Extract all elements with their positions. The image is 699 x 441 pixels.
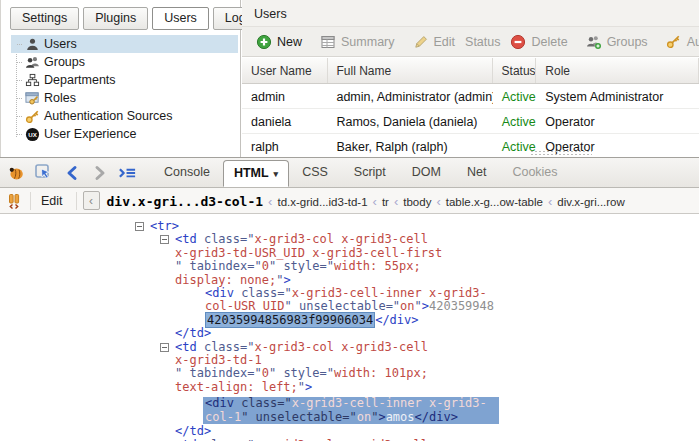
table-header: User NameFull NameStatusRole xyxy=(242,58,699,84)
groups-button[interactable]: Groups xyxy=(581,32,653,52)
tab-label: Script xyxy=(354,165,386,179)
table-row[interactable]: danielaRamos, Daniela (daniela)ActiveOpe… xyxy=(242,109,699,134)
code-line[interactable]: x-grid3-td-1 xyxy=(135,354,699,367)
edit-button[interactable]: Edit xyxy=(34,192,70,210)
code-token: <td xyxy=(175,340,197,354)
firebug-panel: ConsoleHTML▾CSSScriptDOMNetCookies Edit … xyxy=(0,157,699,441)
breadcrumb-item[interactable]: tbody xyxy=(403,196,431,208)
sidebar-item-label: Roles xyxy=(44,91,76,105)
collapse-icon[interactable] xyxy=(160,343,169,352)
sidebar-item-user-experience[interactable]: UXUser Experience xyxy=(11,125,238,143)
code-token: 420359948 xyxy=(429,299,494,313)
sidebar-item-departments[interactable]: Departments xyxy=(11,71,238,89)
code-token: > xyxy=(378,410,385,424)
tab-console[interactable]: Console xyxy=(151,160,223,185)
user-name-cell: ralph xyxy=(242,134,327,157)
breadcrumb-item[interactable]: div.x-gri...row xyxy=(557,196,625,208)
code-token: x-grid3-cell-inner x-grid3- xyxy=(292,286,487,300)
code-line[interactable]: 42035994856983f99906034</div> xyxy=(135,314,699,327)
delete-icon xyxy=(510,34,526,50)
users-toolbar: NewSummaryEditStatusDeleteGroupsAuthenti… xyxy=(242,27,699,57)
firebug-icon[interactable] xyxy=(6,164,25,182)
status-button[interactable]: Status xyxy=(460,33,505,51)
departments-icon xyxy=(24,72,40,88)
sidebar-item-users[interactable]: Users xyxy=(11,35,238,53)
admin-app-region: SettingsPluginsUsersLogs UsersGroupsDepa… xyxy=(0,0,699,157)
breadcrumb-item[interactable]: table.x-g...ow-table xyxy=(446,196,543,208)
tab-css[interactable]: CSS xyxy=(289,160,341,185)
summary-button[interactable]: Summary xyxy=(315,32,399,52)
code-line[interactable]: x-grid3-td-USR_UID x-grid3-cell-first xyxy=(135,247,699,260)
code-line[interactable]: </td> xyxy=(135,425,699,438)
tab-cookies[interactable]: Cookies xyxy=(499,160,570,185)
tab-plugins[interactable]: Plugins xyxy=(83,7,148,30)
delete-button[interactable]: Delete xyxy=(505,32,572,52)
new-button[interactable]: New xyxy=(251,32,307,52)
code-token: " style=" xyxy=(269,259,334,273)
break-on-mutate-icon[interactable] xyxy=(5,192,24,210)
inspect-icon[interactable] xyxy=(34,164,53,182)
tab-dom[interactable]: DOM xyxy=(399,160,454,185)
key-icon xyxy=(24,108,40,124)
code-line[interactable]: <td class="x-grid3-col x-grid3-cell xyxy=(135,233,699,246)
code-line[interactable]: </td> xyxy=(135,327,699,340)
sidebar-item-roles[interactable]: Roles xyxy=(11,89,238,107)
button-label: Summary xyxy=(341,35,394,49)
column-header-full-name[interactable]: Full Name xyxy=(328,58,493,83)
button-label: New xyxy=(277,35,302,49)
ux-icon: UX xyxy=(24,126,40,142)
table-row[interactable]: adminadmin, Administrator (admin)ActiveS… xyxy=(242,84,699,109)
tab-label: Net xyxy=(467,165,486,179)
selected-node-line[interactable]: col-1" unselectable="on">amos</div> xyxy=(135,411,699,424)
column-header-role[interactable]: Role xyxy=(536,58,699,83)
code-token: <div xyxy=(205,286,234,300)
sidebar-item-groups[interactable]: Groups xyxy=(11,53,238,71)
authentication-button[interactable]: Authentication xyxy=(661,32,699,52)
tab-html[interactable]: HTML▾ xyxy=(223,160,289,187)
chevron-left-icon[interactable]: ‹ xyxy=(83,191,100,210)
collapse-icon[interactable] xyxy=(160,235,169,244)
code-line[interactable]: " tabindex="0" style="width: 101px; xyxy=(135,367,699,380)
column-header-user-name[interactable]: User Name xyxy=(242,58,328,83)
toolbar-separator xyxy=(30,192,31,210)
command-line-icon[interactable] xyxy=(118,164,137,182)
app-tab-bar: SettingsPluginsUsersLogs xyxy=(1,0,240,30)
selected-text: 42035994856983f99906034 xyxy=(205,312,375,328)
screen: SettingsPluginsUsersLogs UsersGroupsDepa… xyxy=(0,0,699,441)
status-cell: Active xyxy=(493,84,537,108)
edit-button[interactable]: Edit xyxy=(408,32,461,52)
tab-script[interactable]: Script xyxy=(341,160,399,185)
user-name-cell: daniela xyxy=(242,109,327,133)
back-icon[interactable] xyxy=(62,164,81,182)
tab-users[interactable]: Users xyxy=(152,7,209,30)
tab-settings[interactable]: Settings xyxy=(10,7,79,30)
code-line[interactable]: text-align: left;"> xyxy=(135,381,699,394)
code-line[interactable]: <div class="x-grid3-cell-inner x-grid3- xyxy=(135,287,699,300)
breadcrumb-item[interactable]: tr xyxy=(382,196,389,208)
tab-label: HTML xyxy=(234,166,269,180)
button-label: Authentication xyxy=(687,35,699,49)
breadcrumb-item[interactable]: td.x-grid...id3-td-1 xyxy=(277,196,367,208)
code-token: 0 xyxy=(262,259,269,273)
splitter-grip[interactable] xyxy=(530,150,592,157)
collapse-icon[interactable] xyxy=(135,222,144,231)
code-token: class=" xyxy=(204,438,255,441)
sidebar-item-authentication-sources[interactable]: Authentication Sources xyxy=(11,107,238,125)
tab-net[interactable]: Net xyxy=(454,160,499,185)
code-line[interactable]: display: none;"> xyxy=(135,274,699,287)
table-row[interactable]: ralphBaker, Ralph (ralph)ActiveOperator xyxy=(242,134,699,157)
forward-icon[interactable] xyxy=(90,164,109,182)
firebug-breadcrumb-bar: Edit ‹ div.x-gri...d3-col-1‹td.x-grid...… xyxy=(0,188,699,214)
column-header-status[interactable]: Status xyxy=(493,58,537,83)
code-token: " tabindex=" xyxy=(175,259,262,273)
selected-node-line[interactable]: <div class="x-grid3-cell-inner x-grid3- xyxy=(135,397,699,410)
code-token: </td> xyxy=(175,326,211,340)
code-line[interactable]: <td class="x-grid3-col x-grid3-cell xyxy=(135,341,699,354)
code-token: class=" xyxy=(204,232,255,246)
role-cell: System Administrator xyxy=(536,84,699,108)
code-line[interactable]: " tabindex="0" style="width: 55px; xyxy=(135,260,699,273)
button-label: Delete xyxy=(531,35,567,49)
breadcrumb-item[interactable]: div.x-gri...d3-col-1 xyxy=(107,194,264,209)
code-line[interactable]: <tr> xyxy=(135,220,699,233)
svg-text:UX: UX xyxy=(28,130,37,137)
